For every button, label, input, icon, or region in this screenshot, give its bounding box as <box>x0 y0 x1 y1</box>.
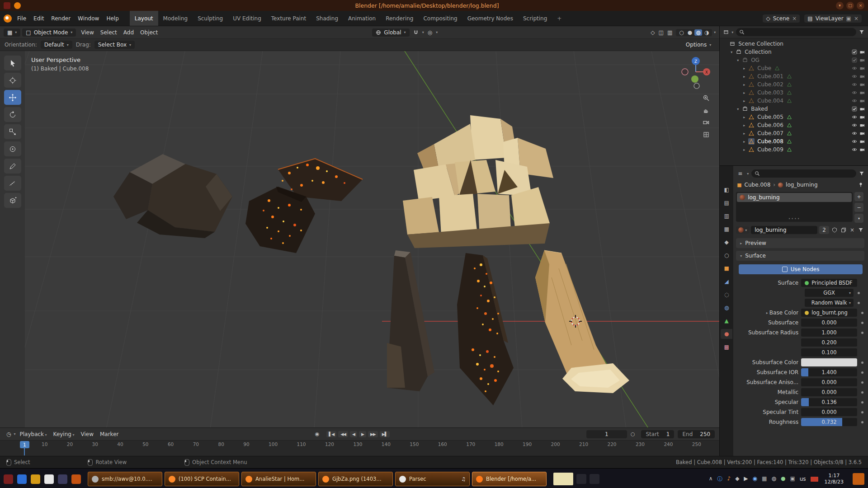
material-slot-list[interactable]: log_burning •••• <box>736 192 853 222</box>
frame-number[interactable]: 220 <box>607 441 616 447</box>
outliner-row[interactable]: ▾ Collection <box>720 48 868 56</box>
options-dropdown[interactable]: Options▾ <box>682 41 715 49</box>
outliner-row[interactable]: ▸ Cube.003 <box>720 89 868 97</box>
tray-icon[interactable]: ◍ <box>771 475 776 483</box>
browse-material-button[interactable]: ▾ <box>736 226 749 234</box>
outliner-row[interactable]: ▸ Cube.002 <box>720 80 868 89</box>
frame-number[interactable]: 180 <box>495 441 504 447</box>
outliner-item-label[interactable]: Cube.006 <box>757 122 783 128</box>
playhead[interactable]: 1 <box>20 441 29 455</box>
timeline-menu-item[interactable]: Keying <box>50 431 78 437</box>
expander-icon[interactable]: ▾ <box>729 50 734 54</box>
filter-icon[interactable] <box>859 29 864 35</box>
transport-button[interactable]: ▶▶ <box>368 431 378 437</box>
task-button[interactable]: GjbZa.png (1403×8... <box>318 472 393 486</box>
frame-number[interactable]: 30 <box>92 441 98 447</box>
snap-toggle[interactable] <box>411 30 420 35</box>
frame-number[interactable]: 40 <box>117 441 123 447</box>
measure-tool-button[interactable] <box>4 176 21 191</box>
menu-item[interactable]: File <box>14 15 30 22</box>
property-value-widget[interactable]: 0.000 ▾ <box>801 408 857 416</box>
properties-tab[interactable]: ◢ <box>721 277 732 286</box>
transport-button[interactable]: ▌◀ <box>326 431 336 437</box>
checkbox-icon[interactable] <box>851 106 858 112</box>
viewport-menu-item[interactable]: Add <box>120 29 137 36</box>
property-value-widget[interactable]: 1.000 ▾ <box>801 328 857 337</box>
frame-number[interactable]: 10 <box>42 441 47 447</box>
animate-dot[interactable] <box>860 282 864 284</box>
properties-tab[interactable]: ▥ <box>721 211 732 221</box>
pinned-app-icon[interactable] <box>58 474 67 484</box>
outliner-item-label[interactable]: Cube <box>757 65 771 71</box>
property-value-widget[interactable]: ▾ <box>801 358 857 366</box>
shading-mode-icon[interactable]: ● <box>686 29 693 36</box>
render-visibility-icon[interactable] <box>859 65 865 71</box>
expander-icon[interactable]: ▸ <box>741 123 747 127</box>
close-button[interactable]: × <box>857 2 864 9</box>
properties-tab[interactable]: ◆ <box>721 237 732 247</box>
render-visibility-icon[interactable] <box>859 89 865 96</box>
scene-selector[interactable]: ◇ Scene × <box>763 14 800 23</box>
expander-icon[interactable]: ▸ <box>741 75 747 79</box>
workspace-tab[interactable]: Rendering <box>381 11 418 26</box>
frame-number[interactable]: 120 <box>325 441 334 447</box>
render-visibility-icon[interactable] <box>859 57 865 63</box>
transport-button[interactable]: ▶ <box>359 431 366 437</box>
properties-editor-icon[interactable]: ≡ <box>736 170 744 177</box>
camera-view-icon[interactable] <box>703 119 710 126</box>
transport-button[interactable]: ▶▌ <box>380 431 390 437</box>
breadcrumb-material[interactable]: log_burning <box>786 182 817 188</box>
new-material-copy-icon[interactable] <box>840 227 847 233</box>
workspace-tab[interactable]: Modeling <box>158 11 193 26</box>
viewport-menu-item[interactable]: Select <box>97 29 120 36</box>
keying-set-icon[interactable]: ○ <box>628 431 638 437</box>
expander-icon[interactable]: ▾ <box>735 58 741 62</box>
visibility-eye-icon[interactable] <box>851 138 858 145</box>
tray-icon[interactable]: ◆ <box>735 475 739 483</box>
visibility-eye-icon[interactable] <box>851 89 858 96</box>
visibility-eye-icon[interactable] <box>851 65 858 71</box>
filter-icon[interactable] <box>857 227 864 233</box>
workspace-tab[interactable]: Layout <box>130 11 158 26</box>
render-visibility-icon[interactable] <box>859 49 865 55</box>
pinned-app-icon[interactable] <box>44 474 54 484</box>
outliner-item-label[interactable]: Cube.007 <box>757 130 783 136</box>
visibility-eye-icon[interactable] <box>851 73 858 80</box>
render-visibility-icon[interactable] <box>859 146 865 153</box>
scale-tool-button[interactable] <box>4 124 21 139</box>
viewport-canvas[interactable] <box>25 51 719 427</box>
pinned-app-icon[interactable] <box>71 474 81 484</box>
menu-item[interactable]: Window <box>74 15 103 22</box>
show-desktop-button[interactable] <box>853 473 864 485</box>
workspace-tab[interactable]: UV Editing <box>228 11 266 26</box>
task-button[interactable]: AnalieStar | Hom... <box>241 472 316 486</box>
expander-icon[interactable]: ▸ <box>741 131 747 136</box>
outliner-row[interactable]: ▸ Cube <box>720 64 868 72</box>
render-visibility-icon[interactable] <box>859 130 865 136</box>
menu-item[interactable]: Edit <box>30 15 47 22</box>
animate-dot[interactable] <box>860 352 864 354</box>
outliner-item-label[interactable]: Baked <box>751 106 768 112</box>
animate-dot[interactable] <box>860 332 864 334</box>
animate-dot[interactable] <box>860 411 864 413</box>
transform-orientation-dropdown[interactable]: Global ▾ <box>372 28 409 37</box>
frame-number[interactable]: 150 <box>410 441 419 447</box>
material-name-field[interactable]: log_burning <box>751 226 817 234</box>
fake-user-shield-icon[interactable] <box>831 227 838 233</box>
render-visibility-icon[interactable] <box>859 106 865 112</box>
frame-number[interactable]: 210 <box>579 441 588 447</box>
frame-number[interactable]: 50 <box>142 441 148 447</box>
transport-button[interactable]: ◀ <box>350 431 357 437</box>
animate-dot[interactable] <box>860 421 864 423</box>
property-value-widget[interactable]: 0.732 ▾ <box>801 418 857 426</box>
slot-specials-menu[interactable]: ▾ <box>854 214 863 223</box>
outliner-item-label[interactable]: Cube.003 <box>757 89 783 96</box>
move-tool-button[interactable] <box>4 90 21 105</box>
frame-number[interactable]: 110 <box>297 441 306 447</box>
task-button[interactable]: smb://awv@10.0.0... <box>88 472 162 486</box>
timeline-menu-item[interactable]: View <box>77 431 96 437</box>
outliner-item-label[interactable]: Scene Collection <box>738 41 783 47</box>
shading-mode-icon[interactable]: ◍ <box>694 29 702 36</box>
tray-icon[interactable]: ▶ <box>744 475 748 483</box>
outliner-item-label[interactable]: OG <box>751 57 760 63</box>
